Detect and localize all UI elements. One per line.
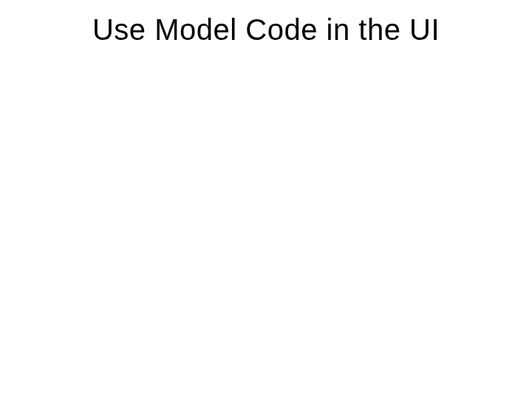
slide: Use Model Code in the UI (0, 0, 532, 399)
slide-title: Use Model Code in the UI (0, 13, 532, 47)
